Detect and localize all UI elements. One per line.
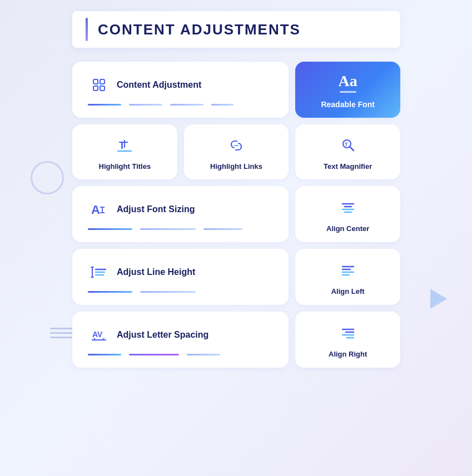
readable-font-icon: Aa (337, 72, 359, 94)
page-title: CONTENT ADJUSTMENTS (98, 21, 301, 38)
align-right-card[interactable]: Align Right (295, 312, 400, 368)
align-left-card[interactable]: Align Left (295, 249, 400, 305)
card-row: Content Adjustment (88, 74, 273, 96)
header: CONTENT ADJUSTMENTS (72, 11, 400, 48)
adjust-line-height-icon (88, 261, 110, 283)
main-container: CONTENT ADJUSTMENTS Content A (72, 11, 400, 368)
adjust-line-height-card[interactable]: Adjust Line Height (72, 249, 289, 305)
card-inner: A Adjust Font Sizing (88, 198, 273, 230)
readable-font-card[interactable]: Aa Readable Font (295, 62, 400, 118)
align-center-label: Align Center (326, 224, 369, 233)
highlight-links-icon (225, 134, 247, 157)
card-row: AV Adjust Letter Spacing (88, 324, 273, 346)
adjust-letter-spacing-card[interactable]: AV Adjust Letter Spacing (72, 312, 289, 368)
content-adjustment-icon (88, 74, 110, 96)
text-magnifier-icon: T (337, 134, 359, 157)
highlight-titles-label: Highlight Titles (99, 162, 151, 171)
card-inner: Adjust Line Height (88, 261, 273, 293)
align-center-icon (337, 197, 359, 219)
adjust-letter-spacing-label: Adjust Letter Spacing (117, 330, 208, 340)
svg-rect-1 (100, 79, 105, 84)
svg-text:A: A (91, 203, 100, 217)
card-inner: Content Adjustment (88, 74, 273, 106)
align-left-label: Align Left (331, 287, 365, 295)
font-sizing-lines (88, 228, 273, 230)
adjust-font-sizing-icon: A (88, 198, 110, 221)
svg-text:AV: AV (92, 330, 103, 339)
svg-rect-0 (93, 79, 98, 84)
content-adjustment-lines (88, 104, 273, 106)
highlight-titles-card[interactable]: T Highlight Titles (72, 124, 177, 179)
text-magnifier-label: Text Magnifier (324, 162, 372, 171)
adjust-font-sizing-card[interactable]: A Adjust Font Sizing (72, 186, 289, 242)
decorative-circle (31, 161, 64, 194)
text-magnifier-card[interactable]: T Text Magnifier (295, 124, 400, 179)
svg-rect-2 (93, 86, 98, 91)
line-height-lines (88, 291, 273, 293)
highlight-titles-icon: T (113, 134, 136, 157)
align-center-card[interactable]: Align Center (295, 186, 400, 242)
card-inner: AV Adjust Letter Spacing (88, 324, 273, 355)
highlight-links-card[interactable]: Highlight Links (184, 124, 289, 179)
header-bar (86, 18, 88, 41)
svg-line-11 (350, 147, 354, 151)
svg-text:T: T (345, 142, 348, 147)
adjust-letter-spacing-icon: AV (88, 324, 110, 346)
align-left-icon (337, 259, 359, 282)
align-right-icon (337, 322, 359, 344)
card-row: A Adjust Font Sizing (88, 198, 273, 221)
content-adjustment-card[interactable]: Content Adjustment (72, 62, 289, 118)
svg-point-4 (97, 83, 101, 87)
content-adjustment-label: Content Adjustment (117, 80, 201, 90)
decorative-triangle (430, 289, 447, 309)
letter-spacing-lines (88, 354, 273, 355)
svg-rect-3 (100, 86, 105, 91)
align-right-label: Align Right (329, 350, 367, 358)
card-grid: Content Adjustment Aa Readable Font (72, 62, 400, 368)
adjust-font-sizing-label: Adjust Font Sizing (117, 204, 195, 214)
card-row: Adjust Line Height (88, 261, 273, 283)
readable-font-label: Readable Font (321, 100, 374, 109)
highlight-links-label: Highlight Links (210, 162, 262, 171)
adjust-line-height-label: Adjust Line Height (117, 267, 195, 277)
